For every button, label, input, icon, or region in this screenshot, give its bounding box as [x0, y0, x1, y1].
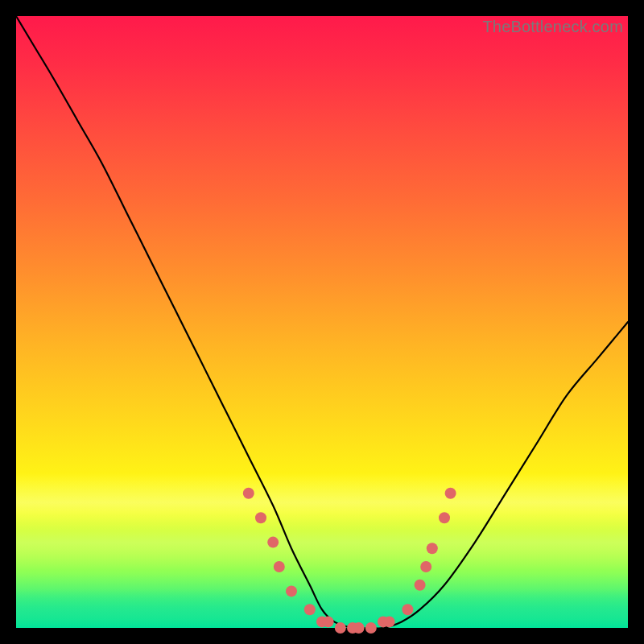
- marker-point: [415, 580, 426, 591]
- marker-point: [267, 537, 279, 548]
- marker-point: [353, 622, 365, 634]
- marker-point: [274, 561, 285, 572]
- marker-point: [255, 512, 266, 523]
- marker-point: [286, 585, 297, 597]
- marker-point: [323, 616, 334, 627]
- chart-frame: TheBottleneck.com: [16, 16, 628, 628]
- marker-point: [365, 622, 377, 634]
- marker-point: [402, 604, 413, 615]
- marker-point: [427, 543, 438, 554]
- marker-point: [243, 488, 254, 499]
- marker-point: [304, 604, 316, 615]
- watermark-text: TheBottleneck.com: [482, 18, 623, 36]
- marker-point: [439, 512, 450, 523]
- marker-point: [445, 488, 456, 499]
- marker-point: [420, 561, 431, 572]
- bottleneck-curve: [16, 16, 628, 629]
- chart-svg: [16, 16, 628, 628]
- marker-point: [384, 616, 395, 627]
- marker-point: [335, 622, 346, 634]
